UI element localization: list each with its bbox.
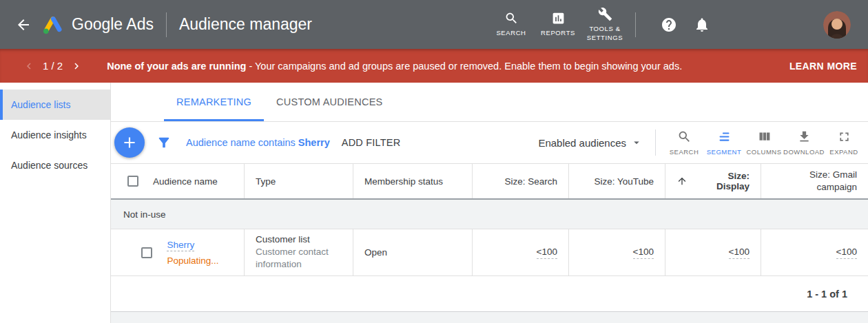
filter-value: Sherry xyxy=(298,137,330,148)
tool-label: SEGMENT xyxy=(707,148,741,156)
search-icon xyxy=(677,129,692,144)
filter-prefix: Audience name contains xyxy=(186,137,298,148)
header-cell-size-youtube[interactable]: Size: YouTube xyxy=(569,164,665,198)
add-audience-button[interactable] xyxy=(114,127,145,158)
banner-message: None of your ads are running - Your camp… xyxy=(107,61,682,72)
help-button[interactable] xyxy=(655,11,683,39)
banner-headline: None of your ads are running xyxy=(107,61,246,72)
page-body: Audience lists Audience insights Audienc… xyxy=(0,83,868,323)
size-search-value: <100 xyxy=(537,247,557,259)
tool-label: COLUMNS xyxy=(746,148,781,156)
nav-tools-settings-label: TOOLS & SETTINGS xyxy=(587,25,623,42)
app-bar-divider xyxy=(635,12,636,37)
audience-view-dropdown[interactable]: Enabled audiences xyxy=(538,136,643,149)
tool-label: EXPAND xyxy=(829,148,858,156)
size-display-value: <100 xyxy=(729,247,750,259)
table-header: Audience name Type Membership status Siz… xyxy=(111,164,868,200)
toolbar: Audience name contains Sherry ADD FILTER… xyxy=(111,122,868,164)
cell-audience-name: Sherry Populating... xyxy=(111,229,245,275)
sidebar-item-audience-insights[interactable]: Audience insights xyxy=(0,120,110,150)
avatar-image xyxy=(823,11,851,39)
add-filter-button[interactable]: ADD FILTER xyxy=(342,137,401,148)
select-all-checkbox[interactable] xyxy=(127,176,138,187)
type-detail: Customer contact information xyxy=(256,246,342,270)
cell-size-display: <100 xyxy=(665,229,761,275)
banner-detail: - Your campaigns and ad groups are pause… xyxy=(246,61,682,72)
nav-search[interactable]: SEARCH xyxy=(490,11,533,37)
filter-icon xyxy=(156,135,172,150)
tab-remarketing[interactable]: REMARKETING xyxy=(164,83,264,121)
group-row-not-in-use: Not in-use xyxy=(111,200,868,229)
learn-more-button[interactable]: LEARN MORE xyxy=(789,61,857,72)
alert-banner: 1 / 2 None of your ads are running - You… xyxy=(0,49,868,83)
download-icon xyxy=(797,129,812,144)
app-bar-left: Google Ads Audience manager xyxy=(0,11,312,39)
add-icon xyxy=(121,134,138,152)
group-label: Not in-use xyxy=(123,209,166,220)
product-name: Google Ads xyxy=(72,15,154,34)
populating-status: Populating... xyxy=(167,256,218,266)
name-block: Sherry Populating... xyxy=(167,240,218,266)
row-checkbox[interactable] xyxy=(141,247,152,258)
dropdown-caret-icon xyxy=(630,136,643,149)
table-search-button[interactable]: SEARCH xyxy=(664,129,704,156)
chevron-left-icon xyxy=(23,60,35,72)
expand-icon xyxy=(837,129,851,144)
active-filter-chip[interactable]: Audience name contains Sherry xyxy=(186,137,330,148)
size-youtube-value: <100 xyxy=(633,247,654,259)
chevron-right-icon xyxy=(70,60,83,72)
app-bar-right: SEARCH REPORTS TOOLS & SETTINGS xyxy=(488,7,868,42)
cell-membership-status: Open xyxy=(353,229,473,275)
audience-name-link[interactable]: Sherry xyxy=(167,240,194,251)
sidebar-item-audience-sources[interactable]: Audience sources xyxy=(0,150,110,180)
tab-custom-audiences[interactable]: CUSTOM AUDIENCES xyxy=(264,83,395,121)
columns-icon xyxy=(757,129,772,144)
cell-size-search: <100 xyxy=(473,229,569,275)
sidebar-item-audience-lists[interactable]: Audience lists xyxy=(0,90,110,120)
bottom-strip xyxy=(111,312,868,323)
type-main: Customer list xyxy=(256,234,342,244)
google-ads-logo xyxy=(41,13,65,37)
header-cell-size-gmail[interactable]: Size: Gmail campaign xyxy=(761,164,868,198)
header-cell-membership-status[interactable]: Membership status xyxy=(353,164,473,198)
table-expand-button[interactable]: EXPAND xyxy=(824,129,864,156)
header-cell-size-display[interactable]: Size: Display xyxy=(665,164,761,198)
column-label[interactable]: Audience name xyxy=(153,176,218,187)
pagination-label: 1 - 1 of 1 xyxy=(807,289,847,300)
banner-next-button[interactable] xyxy=(68,58,85,74)
header-cell-size-search[interactable]: Size: Search xyxy=(473,164,569,198)
notifications-button[interactable] xyxy=(688,11,716,39)
sort-ascending-icon xyxy=(676,176,688,187)
membership-status-value: Open xyxy=(364,247,461,258)
back-icon xyxy=(15,17,32,33)
banner-prev-button[interactable] xyxy=(21,58,37,74)
notifications-icon xyxy=(694,17,710,33)
tab-bar: REMARKETING CUSTOM AUDIENCES xyxy=(111,83,868,122)
nav-search-label: SEARCH xyxy=(496,29,526,37)
sidebar-item-label: Audience lists xyxy=(11,99,70,110)
avatar[interactable] xyxy=(823,11,851,39)
nav-tools-settings[interactable]: TOOLS & SETTINGS xyxy=(583,7,626,42)
tool-label: DOWNLOAD xyxy=(783,148,825,156)
table-columns-button[interactable]: COLUMNS xyxy=(744,129,784,156)
table-download-button[interactable]: DOWNLOAD xyxy=(784,129,824,156)
sidebar-item-label: Audience sources xyxy=(11,160,87,171)
page-title: Audience manager xyxy=(179,15,312,34)
back-button[interactable] xyxy=(10,11,37,39)
header-cell-type[interactable]: Type xyxy=(245,164,353,198)
table-segment-button[interactable]: SEGMENT xyxy=(704,129,744,156)
cell-type: Customer list Customer contact informati… xyxy=(245,229,353,275)
toolbar-divider xyxy=(655,129,656,156)
table-row: Sherry Populating... Customer list Custo… xyxy=(111,229,868,276)
app-bar-divider xyxy=(166,12,167,37)
segment-icon xyxy=(717,129,732,144)
tool-label: SEARCH xyxy=(670,148,699,156)
main-content: REMARKETING CUSTOM AUDIENCES Audience na… xyxy=(111,83,868,323)
help-icon xyxy=(661,17,677,33)
filter-button[interactable] xyxy=(156,135,172,150)
sidebar: Audience lists Audience insights Audienc… xyxy=(0,83,111,323)
audience-view-value: Enabled audiences xyxy=(538,137,626,149)
nav-reports[interactable]: REPORTS xyxy=(537,11,579,37)
column-label: Size: Display xyxy=(693,171,750,191)
cell-size-youtube: <100 xyxy=(569,229,665,275)
